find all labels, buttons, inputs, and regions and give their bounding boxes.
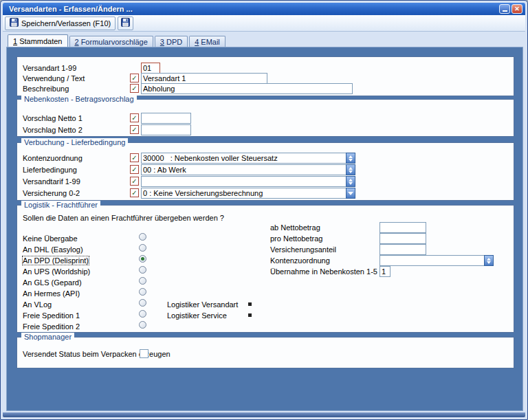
versicherung-input[interactable] [141,188,346,199]
field-check-button[interactable]: ✓ [130,113,139,122]
beschreibung-label: Beschreibung [23,85,69,93]
versandtarif-label: Versandtarif 1-99 [23,177,80,186]
minimize-button[interactable] [499,4,510,14]
vorschlag-netto1-label: Vorschlag Netto 1 [23,114,82,122]
logistik-kontenzuordnung-input[interactable] [380,255,484,266]
window-controls: ✕ [499,4,522,14]
ab-nettobetrag-label: ab Nettobetrag [270,223,320,232]
versicherungsanteil-input[interactable] [380,244,426,255]
field-check-button[interactable]: ✓ [130,177,139,186]
uebernahme-nebenkosten-input[interactable] [380,266,390,277]
group-shopmanager: Shopmanager Versendet Status beim Verpac… [16,337,514,368]
field-check-button[interactable]: ✓ [130,74,139,82]
versicherungsanteil-label: Versicherungsanteil [270,245,336,254]
verwendung-input[interactable] [141,73,267,84]
logistiker-service-label: Logistiker Service [167,311,227,320]
save-exit-button[interactable]: Speichern/Verlassen (F10) [5,16,116,30]
lieferbedingung-input[interactable] [141,164,346,175]
versandart-nr-label: Versandart 1-99 [23,64,76,72]
form-row: Verwendung / Text ✓ [17,73,514,84]
field-check-button[interactable]: ✓ [130,125,139,134]
title-bar: Versandarten - Erfassen/Ändern ... ✕ [3,3,525,15]
lieferbedingung-combo [141,164,355,175]
versandart-nr-input[interactable] [141,63,160,74]
pro-nettobetrag-label: pro Nettobetrag [270,234,322,243]
uebernahme-nebenkosten-label: Übernahme in Nebenkosten 1-5 [270,267,377,276]
spinner-button[interactable] [346,164,355,175]
group-verbuchung: Verbuchung - Lieferbedingung Kontenzuord… [16,142,514,201]
tab-dpd[interactable]: 3DPD [155,36,188,47]
spinner-button[interactable] [346,153,355,164]
form-row: pro Nettobetrag [17,233,514,244]
spinner-button[interactable] [346,176,355,187]
field-check-button[interactable]: ✓ [130,153,139,162]
logistiker-service-row: Logistiker Service [17,310,514,321]
vorschlag-netto2-label: Vorschlag Netto 2 [23,126,82,134]
form-row: Lieferbedingung ✓ [17,164,514,175]
radio-hermes-api[interactable] [139,288,146,296]
versicherung-combo [141,188,355,199]
field-check-button[interactable]: ✓ [130,188,139,197]
save-button[interactable] [118,16,133,30]
form-row: Versicherung 0-2 ✓ [17,188,514,199]
group-nebenkosten: Nebenkosten - Betragsvorschlag Vorschlag… [16,99,514,137]
tab-strip: 1Stammdaten 2Formularvorschläge 3DPD 4EM… [8,34,226,47]
up-arrow-icon [349,155,353,158]
tab-formularvorschlaege[interactable]: 2Formularvorschläge [69,36,153,47]
group-logistik: Logistik - Frachtführer Sollen die Daten… [16,205,514,333]
save-exit-label: Speichern/Verlassen (F10) [21,19,111,27]
radio-freie-spedition-2[interactable] [139,321,146,329]
versandtarif-input[interactable] [141,176,346,187]
logistik-kontenzuordnung-label: Kontenzuordnung [270,256,330,265]
minimize-icon [503,10,507,12]
window-bottom-edge [3,412,525,417]
close-button[interactable]: ✕ [512,4,522,14]
form-row: Übernahme in Nebenkosten 1-5 [17,266,514,277]
radio-label: An Hermes (API) [23,289,80,298]
tab-email[interactable]: 4EMail [189,36,226,47]
ab-nettobetrag-input[interactable] [380,222,426,233]
form-row: Beschreibung ✓ [17,83,514,94]
app-window: Versandarten - Erfassen/Ändern ... ✕ Spe… [0,0,528,420]
spinner-button[interactable] [484,255,494,266]
form-row: Versandtarif 1-99 ✓ [17,176,514,187]
versicherung-label: Versicherung 0-2 [23,189,80,197]
up-arrow-icon [349,179,353,181]
vorschlag-netto2-input[interactable] [141,124,191,135]
value-indicator-square [248,302,252,306]
field-check-button[interactable]: ✓ [130,84,139,93]
group-title: Nebenkosten - Betragsvorschlag [21,95,137,103]
vorschlag-netto1-input[interactable] [141,113,191,124]
group-stammdaten: Versandart 1-99 Verwendung / Text ✓ Besc… [16,56,514,96]
frachtfuehrer-question: Sollen die Daten an einen Frachtführer ü… [23,214,224,222]
up-arrow-icon [349,167,353,170]
kontenzuordnung-label: Kontenzuordnung [23,154,82,162]
form-row: Versendet Status beim Verpacken erzeugen [17,349,514,360]
beschreibung-input[interactable] [141,83,353,94]
kontenzuordnung-input[interactable] [141,153,346,164]
radio-label: An GLS (Gepard) [23,278,82,287]
pro-nettobetrag-input[interactable] [380,233,426,244]
down-arrow-icon [487,261,491,264]
versendet-status-checkbox[interactable] [140,349,148,358]
kontenzuordnung-combo [141,153,355,164]
window-title: Versandarten - Erfassen/Ändern ... [9,5,133,13]
logistiker-versandart-row: Logistiker Versandart [17,299,514,310]
form-row: Kontenzuordnung [17,255,514,266]
tab-stammdaten[interactable]: 1Stammdaten [8,34,68,47]
logistik-kontenzuordnung-combo [380,255,494,266]
save-disk-icon [10,18,19,28]
down-arrow-icon [349,170,353,173]
group-title: Shopmanager [21,333,74,341]
verwendung-label: Verwendung / Text [23,74,85,82]
group-title: Logistik - Frachtführer [21,201,100,209]
save-disk-icon [121,18,130,28]
radio-gls-gepard[interactable] [139,277,146,285]
form-row: Vorschlag Netto 2 ✓ [17,124,514,135]
dropdown-button[interactable] [346,188,355,199]
field-check-button[interactable]: ✓ [130,165,139,174]
radio-row: An GLS (Gepard) [17,277,514,288]
content-panel: Versandart 1-99 Verwendung / Text ✓ Besc… [6,47,523,411]
down-arrow-icon [349,182,353,185]
lieferbedingung-label: Lieferbedingung [23,166,77,174]
